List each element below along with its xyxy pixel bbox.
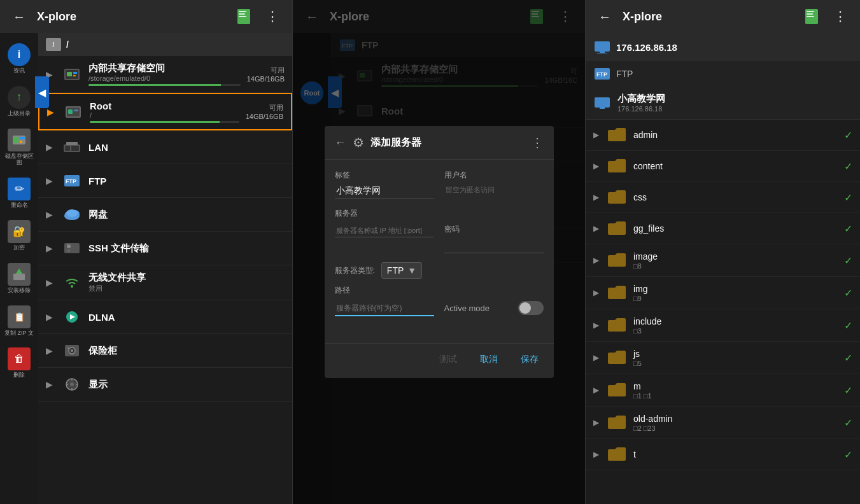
path-input[interactable] [335, 301, 434, 316]
folder-name-admin: admin [633, 130, 838, 140]
sidebar-up-dir[interactable]: ↑ 上级目录 [1, 82, 37, 121]
dlna-name: DLNA [88, 312, 285, 323]
folder-icon-m [607, 381, 627, 399]
tag-input[interactable] [335, 183, 434, 199]
vault-icon [62, 340, 82, 361]
sidebar-disk-map[interactable]: 磁盘存储区图 [1, 125, 37, 171]
panel3-title: X-plore [623, 10, 795, 24]
vault-name: 保险柜 [88, 345, 285, 357]
active-mode-toggle[interactable] [518, 301, 544, 315]
panel3-ip-address: 176.126.86.18 [616, 42, 677, 53]
panel-3: ← X-plore ⋮ 176.126.86.18 FTP FTP [586, 0, 860, 504]
panel1-ssh-item[interactable]: ▶ SSH 文件传输 [38, 232, 292, 265]
active-mode-label: Active mode [444, 304, 512, 313]
folder-sub-js: □5 [633, 360, 838, 367]
root-info: Root / [90, 101, 239, 123]
ftp-folder-admin[interactable]: ▶ admin ✓ [586, 120, 860, 151]
server-type-select[interactable]: FTP ▼ [381, 262, 422, 279]
panel1-wifi-share-item[interactable]: ▶ 无线文件共享 禁用 [38, 265, 292, 300]
folder-icon-t [607, 445, 627, 463]
sidebar-install[interactable]: 安装移除 [1, 259, 37, 298]
ftp-folder-content[interactable]: ▶ content ✓ [586, 151, 860, 182]
svg-rect-66 [807, 11, 814, 12]
panel3-monitor-icon [593, 40, 611, 54]
server-section-label: 服务器 [335, 208, 544, 219]
ftp-folder-img[interactable]: ▶ img □9 ✓ [586, 277, 860, 309]
panel1-more-button[interactable]: ⋮ [260, 6, 285, 27]
svg-rect-69 [595, 41, 610, 52]
panel1-ftp-item[interactable]: ▶ FTP FTP [38, 164, 292, 198]
sidebar-copyzip-label: 复制 ZIP 文 [4, 330, 34, 337]
folder-check-old-admin: ✓ [844, 417, 852, 429]
ftp-folder-include[interactable]: ▶ include □3 ✓ [586, 309, 860, 342]
dialog-back-button[interactable]: ← [335, 136, 346, 150]
password-input[interactable] [444, 237, 544, 253]
panel1-back-button[interactable]: ← [8, 7, 31, 27]
folder-check-m: ✓ [844, 384, 852, 396]
panel1-vault-item[interactable]: ▶ 保险柜 [38, 334, 292, 368]
display-expand: ▶ [46, 379, 53, 389]
root-name: Root [90, 101, 239, 111]
folder-check-t: ✓ [844, 449, 852, 461]
dialog-more-button[interactable]: ⋮ [531, 135, 544, 150]
server-type-value: FTP [387, 265, 404, 276]
panel1-book-icon[interactable] [234, 6, 254, 27]
cancel-button[interactable]: 取消 [475, 350, 503, 369]
form-row-server-pass: 密码 [335, 224, 544, 253]
svg-rect-31 [67, 248, 71, 249]
dialog-actions: 测试 取消 保存 [325, 343, 554, 378]
panel3-book-icon[interactable] [801, 6, 822, 27]
panel1-root-item[interactable]: ▶ Root / 可用 14GB/16GB [38, 93, 292, 130]
panel1-lan-item[interactable]: ▶ LAN [38, 130, 292, 164]
ftp-folder-m[interactable]: ▶ m □1 □1 ✓ [586, 374, 860, 407]
wifi-share-expand: ▶ [46, 277, 53, 288]
sidebar-copy-zip[interactable]: 📋 复制 ZIP 文 [1, 302, 37, 340]
sidebar-rename[interactable]: ✏ 重命名 [1, 174, 37, 213]
ftp-folder-t[interactable]: ▶ t ✓ [586, 439, 860, 470]
folder-icon-include [607, 316, 627, 334]
test-button[interactable]: 测试 [434, 350, 462, 369]
form-col-active-mode: Active mode [444, 301, 544, 324]
dlna-expand: ▶ [46, 312, 53, 322]
panel1-content: / / ▶ 内部共享存储空间 /storage/emulated/0 [38, 33, 292, 504]
ftp-folder-image[interactable]: ▶ image □8 ✓ [586, 244, 860, 277]
dialog-title-bar: ← ⚙ 添加服务器 ⋮ [325, 126, 554, 160]
svg-rect-32 [67, 249, 70, 252]
sidebar-delete[interactable]: 🗑 删除 [1, 344, 37, 382]
server-input[interactable] [335, 224, 434, 237]
save-button[interactable]: 保存 [516, 350, 544, 369]
ftp-folder-js[interactable]: ▶ js □5 ✓ [586, 342, 860, 374]
panel1-internal-storage[interactable]: ▶ 内部共享存储空间 /storage/emulated/0 可用 14GB/1… [38, 56, 292, 93]
folder-name-js: js [633, 349, 640, 359]
folder-sub-image: □8 [633, 262, 838, 270]
svg-text:FTP: FTP [596, 71, 607, 78]
panel3-more-button[interactable]: ⋮ [828, 6, 852, 27]
ftp-folder-old-admin[interactable]: ▶ old-admin □2 □23 ✓ [586, 407, 860, 439]
panel1-root-label: / [66, 39, 69, 50]
sidebar-install-label: 安装移除 [8, 287, 31, 294]
panel3-back-button[interactable]: ← [593, 7, 616, 27]
folder-icon-old-admin [607, 414, 627, 431]
folder-name-img: img [633, 284, 648, 294]
ftp-folder-gg-files[interactable]: ▶ gg_files ✓ [586, 213, 860, 244]
panel1-dlna-item[interactable]: ▶ DLNA [38, 300, 292, 334]
panel1-display-item[interactable]: ▶ 显示 [38, 368, 292, 402]
folder-name-t: t [633, 449, 838, 459]
sidebar-encrypt[interactable]: 🔐 加密 [1, 216, 37, 255]
svg-rect-8 [13, 274, 25, 280]
add-server-dialog: ← ⚙ 添加服务器 ⋮ 标签 用户名 留空为匿名访问 [325, 126, 554, 378]
username-label: 用户名 [444, 170, 544, 181]
panel3-server-item[interactable]: 小高教学网 176.126.86.18 [586, 87, 860, 120]
panel1-drawer-tab[interactable]: ◀ [35, 76, 49, 108]
cloud-name: 网盘 [88, 209, 285, 221]
folder-check-css: ✓ [844, 192, 852, 204]
folder-sub-old-admin: □2 □23 [633, 424, 838, 432]
ftp-folder-css[interactable]: ▶ css ✓ [586, 182, 860, 213]
panel1-header: ← X-plore ⋮ [0, 0, 292, 33]
sidebar-info[interactable]: i 资讯 [1, 39, 37, 78]
display-name: 显示 [88, 379, 285, 391]
wifi-share-sublabel: 禁用 [88, 284, 285, 293]
svg-rect-21 [71, 146, 79, 151]
panel1-cloud-item[interactable]: ▶ 网盘 [38, 198, 292, 232]
server-type-row: 服务器类型: FTP ▼ [335, 262, 544, 279]
